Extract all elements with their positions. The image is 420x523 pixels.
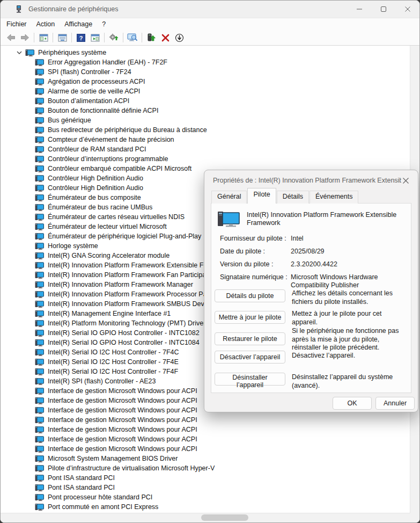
forward-button[interactable] bbox=[18, 32, 32, 43]
menu-aide[interactable]: ? bbox=[97, 19, 110, 29]
tree-item[interactable]: Port commuté en amont PCI Express bbox=[1, 502, 410, 512]
toolbar: ? bbox=[1, 30, 419, 46]
tree-item-label: Intel(R) Serial IO I2C Host Controller -… bbox=[48, 368, 178, 375]
ok-button[interactable]: OK bbox=[333, 397, 372, 410]
tree-item[interactable]: SPI (flash) Controller - 7F24 bbox=[1, 67, 410, 77]
field-value-signataire: Microsoft Windows Hardware Compatibility… bbox=[291, 273, 412, 289]
minimize-icon bbox=[356, 6, 363, 12]
system-device-icon bbox=[35, 377, 44, 385]
menu-fichier[interactable]: Fichier bbox=[2, 19, 32, 29]
tab-general[interactable]: Général bbox=[211, 191, 247, 204]
computer-device-icon bbox=[217, 210, 240, 229]
system-device-icon bbox=[35, 435, 44, 443]
tree-item-label: Intel(R) Innovation Platform Framework P… bbox=[48, 290, 230, 298]
close-icon bbox=[402, 177, 409, 184]
tree-item-label: Compteur d’événement de haute précision bbox=[48, 136, 174, 143]
tree-item[interactable]: Agrégation de processeurs ACPI bbox=[1, 77, 410, 86]
tree-item[interactable]: Pont ISA standard PCI bbox=[1, 483, 410, 492]
back-button[interactable] bbox=[4, 32, 18, 43]
system-device-icon bbox=[35, 493, 44, 501]
tree-item-label: Bouton d’alimentation ACPI bbox=[48, 97, 129, 105]
scan-hardware-changes-button[interactable] bbox=[126, 32, 139, 43]
uninstall-device-button-dialog[interactable]: Désinstaller l’appareil bbox=[215, 373, 285, 386]
field-value-version: 2.3.20200.4422 bbox=[291, 260, 412, 268]
tree-item[interactable]: Contrôleur de RAM standard PCI bbox=[1, 144, 410, 154]
tree-item-label: Bouton de fonctionnalité définie ACPI bbox=[48, 107, 158, 114]
back-icon bbox=[6, 34, 16, 41]
tree-item[interactable]: Interface de gestion Microsoft Windows p… bbox=[1, 425, 410, 434]
update-driver-icon bbox=[147, 33, 156, 42]
system-device-icon bbox=[35, 184, 44, 192]
disable-device-button-dialog[interactable]: Désactiver l’appareil bbox=[215, 351, 285, 364]
horizontal-scrollbar[interactable] bbox=[1, 513, 410, 522]
system-device-icon bbox=[35, 88, 44, 95]
tree-item-label: Interface de gestion Microsoft Windows p… bbox=[48, 406, 197, 414]
minimize-button[interactable] bbox=[347, 1, 371, 18]
system-device-icon bbox=[35, 406, 44, 414]
update-driver-software-button[interactable] bbox=[107, 32, 121, 43]
roll-back-driver-button[interactable]: Restaurer le pilote bbox=[215, 332, 285, 345]
tree-item-label: Interface de gestion Microsoft Windows p… bbox=[48, 435, 197, 443]
tree-item[interactable]: Pont ISA standard PCI bbox=[1, 473, 410, 483]
tree-item-label: Intel(R) Serial IO GPIO Host Controller … bbox=[48, 329, 200, 337]
tree-item-label: Énumérateur de cartes réseau virtuelles … bbox=[48, 213, 185, 221]
tree-item-label: Pont processeur hôte standard PCI bbox=[48, 493, 152, 501]
tree-item-label: Bus générique bbox=[48, 117, 91, 124]
tree-item[interactable]: Error Aggregation Handler (EAH) - 7F2F bbox=[1, 57, 410, 67]
update-driver-button-dialog[interactable]: Mettre à jour le pilote bbox=[215, 311, 285, 324]
action-pane-button[interactable] bbox=[88, 32, 102, 43]
tree-item[interactable]: Alarme de sortie de veille ACPI bbox=[1, 86, 410, 96]
tree-item[interactable]: Bouton d’alimentation ACPI bbox=[1, 96, 410, 106]
tree-item-label: Pont ISA standard PCI bbox=[48, 474, 115, 482]
tree-item[interactable]: Bouton de fonctionnalité définie ACPI bbox=[1, 106, 410, 115]
tree-item[interactable]: Pont processeur hôte standard PCI bbox=[1, 492, 410, 502]
system-device-icon bbox=[35, 426, 44, 433]
system-device-icon bbox=[35, 117, 44, 124]
action-pane-icon bbox=[91, 34, 100, 42]
uninstall-device-button[interactable] bbox=[158, 32, 172, 43]
tree-item[interactable]: Pilote d’infrastructure de virtualisatio… bbox=[1, 463, 410, 473]
tab-details[interactable]: Détails bbox=[277, 191, 309, 204]
show-console-tree-button[interactable] bbox=[36, 32, 50, 43]
driver-details-button[interactable]: Détails du pilote bbox=[215, 289, 285, 302]
system-device-icon bbox=[35, 290, 44, 298]
tree-item[interactable]: Interface de gestion Microsoft Windows p… bbox=[1, 434, 410, 444]
help-button[interactable]: ? bbox=[74, 32, 88, 43]
properties-button[interactable] bbox=[55, 32, 69, 43]
tree-item[interactable]: Périphériques système bbox=[1, 48, 410, 57]
tab-evenements[interactable]: Événements bbox=[310, 191, 358, 204]
tree-item[interactable]: Microsoft System Management BIOS Driver bbox=[1, 454, 410, 463]
update-driver-button[interactable] bbox=[144, 32, 158, 43]
menu-action[interactable]: Action bbox=[32, 19, 60, 29]
chevron-down-icon[interactable] bbox=[15, 48, 24, 57]
uninstall-device-description: Désinstallez l’appareil du système (avan… bbox=[292, 373, 408, 390]
tree-item-label: Énumérateur de bus racine UMBus bbox=[48, 204, 152, 211]
tree-item[interactable]: Contrôleur d’interruptions programmable bbox=[1, 154, 410, 164]
close-button[interactable] bbox=[395, 1, 419, 18]
tree-item-label: Intel(R) SPI (flash) Controller - AE23 bbox=[48, 377, 156, 385]
tree-item-label: Intel(R) GNA Scoring Accelerator module bbox=[48, 252, 170, 259]
tree-item[interactable]: Compteur d’événement de haute précision bbox=[1, 135, 410, 144]
system-device-icon bbox=[35, 68, 44, 76]
tree-item[interactable]: Bus redirecteur de périphérique du Burea… bbox=[1, 125, 410, 135]
tree-item[interactable]: Bus générique bbox=[1, 115, 410, 125]
tree-item[interactable]: Interface de gestion Microsoft Windows p… bbox=[1, 444, 410, 454]
tree-item-label: Pilote d’infrastructure de virtualisatio… bbox=[48, 464, 215, 472]
dialog-close-button[interactable] bbox=[401, 176, 410, 185]
system-device-icon bbox=[35, 204, 44, 211]
cancel-button[interactable]: Annuler bbox=[375, 397, 415, 410]
tab-pilote[interactable]: Pilote bbox=[247, 188, 276, 204]
menu-affichage[interactable]: Affichage bbox=[60, 19, 97, 29]
tree-item-label: Intel(R) Innovation Platform Framework M… bbox=[48, 281, 193, 288]
system-device-icon bbox=[35, 397, 44, 404]
disable-device-button[interactable] bbox=[172, 32, 186, 43]
tree-item-label: Port commuté en amont PCI Express bbox=[48, 503, 158, 511]
tree-item[interactable]: Interface de gestion Microsoft Windows p… bbox=[1, 415, 410, 425]
device-name: Intel(R) Innovation Platform Framework E… bbox=[247, 210, 402, 229]
maximize-button[interactable] bbox=[371, 1, 395, 18]
tree-item-label: Agrégation de processeurs ACPI bbox=[48, 78, 145, 85]
title-bar: Gestionnaire de périphériques bbox=[1, 1, 419, 18]
horizontal-scrollbar-thumb[interactable] bbox=[201, 514, 248, 521]
system-device-icon bbox=[35, 329, 44, 337]
tree-item-label: Interface de gestion Microsoft Windows p… bbox=[48, 416, 197, 424]
